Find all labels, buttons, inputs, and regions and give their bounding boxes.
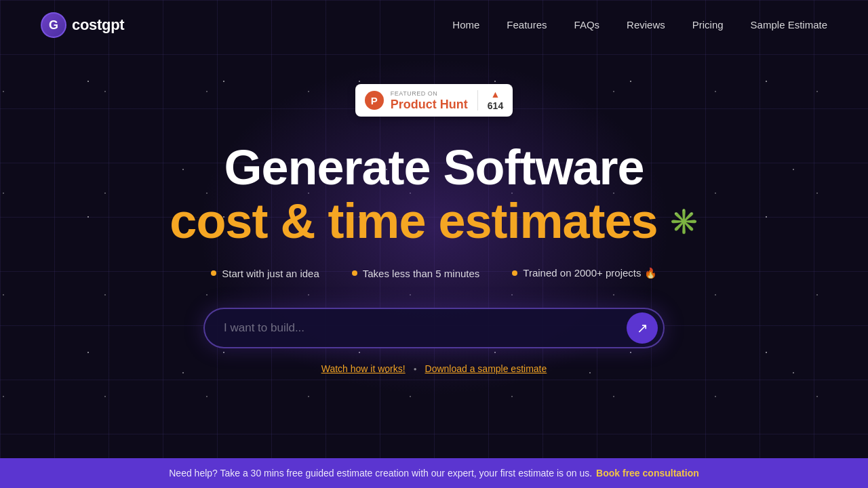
bullet-dot-3 xyxy=(512,270,517,276)
bottom-banner: Need help? Take a 30 mins free guided es… xyxy=(0,458,868,488)
watch-how-link[interactable]: Watch how it works! xyxy=(321,363,406,374)
hero-heading-line1: Generate Software xyxy=(224,141,644,195)
book-consultation-button[interactable]: Book free consultation xyxy=(596,468,699,479)
bullet-text-1: Start with just an idea xyxy=(222,268,319,279)
product-hunt-text-group: FEATURED ON Product Hunt xyxy=(391,91,468,110)
banner-text: Need help? Take a 30 mins free guided es… xyxy=(169,468,592,479)
nav-link-sample-estimate[interactable]: Sample Estimate xyxy=(751,19,827,30)
product-hunt-count: 614 xyxy=(488,100,503,111)
nav-links: HomeFeaturesFAQsReviewsPricingSample Est… xyxy=(452,19,827,31)
hero-bullets: Start with just an idea Takes less than … xyxy=(211,267,656,279)
product-hunt-votes: ▲ 614 xyxy=(488,89,503,111)
nav-link-faqs[interactable]: FAQs xyxy=(574,19,600,30)
bullet-text-3: Trained on 2000+ projects 🔥 xyxy=(523,267,656,279)
bullet-item-3: Trained on 2000+ projects 🔥 xyxy=(512,267,656,279)
link-separator: ● xyxy=(414,366,417,372)
logo-icon-letter: G xyxy=(49,18,58,33)
hero-section: P FEATURED ON Product Hunt ▲ 614 Generat… xyxy=(0,50,868,374)
product-hunt-name: Product Hunt xyxy=(391,98,468,110)
product-hunt-badge[interactable]: P FEATURED ON Product Hunt ▲ 614 xyxy=(355,84,513,117)
bullet-dot-2 xyxy=(352,270,357,276)
logo-text: costgpt xyxy=(72,16,124,34)
bullet-text-2: Takes less than 5 minutes xyxy=(363,268,480,279)
product-hunt-arrow-icon: ▲ xyxy=(491,89,500,99)
nav-link-pricing[interactable]: Pricing xyxy=(692,19,724,30)
search-input[interactable] xyxy=(203,308,665,348)
hero-heading-line2-text: cost & time estimates xyxy=(170,195,657,248)
hero-heading-line2: cost & time estimates ✳️ xyxy=(170,195,698,248)
nav-link-reviews[interactable]: Reviews xyxy=(627,19,665,30)
bullet-item-1: Start with just an idea xyxy=(211,268,319,279)
search-arrow-icon: ↗ xyxy=(637,320,648,336)
product-hunt-logo: P xyxy=(365,91,384,110)
bullet-dot-1 xyxy=(211,270,216,276)
search-button[interactable]: ↗ xyxy=(627,312,658,344)
nav-link-features[interactable]: Features xyxy=(507,19,547,30)
bullet-item-2: Takes less than 5 minutes xyxy=(352,268,480,279)
product-hunt-featured-label: FEATURED ON xyxy=(391,91,437,97)
navbar: G costgpt HomeFeaturesFAQsReviewsPricing… xyxy=(0,0,868,50)
sample-estimate-link[interactable]: Download a sample estimate xyxy=(425,363,547,374)
nav-link-home[interactable]: Home xyxy=(452,19,479,30)
logo-icon: G xyxy=(41,12,66,38)
click-cursor-icon: ✳️ xyxy=(669,208,698,235)
hero-bottom-links: Watch how it works! ● Download a sample … xyxy=(321,363,547,374)
logo-area[interactable]: G costgpt xyxy=(41,12,124,38)
product-hunt-divider xyxy=(477,90,478,110)
search-container: ↗ xyxy=(203,308,665,348)
